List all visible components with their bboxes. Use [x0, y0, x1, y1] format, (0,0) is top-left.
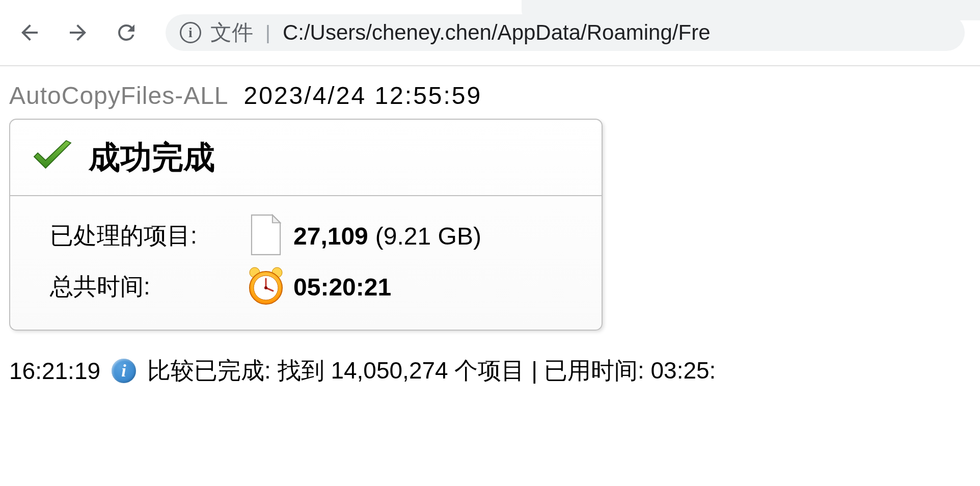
- file-icon: [249, 214, 283, 258]
- reload-icon: [114, 20, 139, 45]
- browser-tab-fragment: [522, 0, 980, 20]
- url-prefix: 文件: [210, 18, 253, 47]
- nav-buttons-group: [15, 19, 140, 47]
- log-line: 16:21:19 i 比较已完成: 找到 14,050,274 个项目 | 已用…: [9, 355, 971, 387]
- checkmark-icon: [30, 138, 75, 178]
- page-content: AutoCopyFiles-ALL 2023/4/24 12:55:59 成功完…: [0, 66, 980, 387]
- arrow-left-icon: [17, 20, 42, 45]
- arrow-right-icon: [66, 20, 90, 45]
- summary-card-header: 成功完成: [10, 120, 602, 196]
- summary-card: 成功完成 已处理的项目: 27,109 (9.21 GB): [9, 119, 603, 331]
- processed-size: (9.21 GB): [375, 222, 481, 250]
- url-path: C:/Users/cheney.chen/AppData/Roaming/Fre: [283, 20, 711, 45]
- summary-card-body: 已处理的项目: 27,109 (9.21 GB) 总共时间:: [10, 196, 602, 330]
- back-button[interactable]: [15, 19, 43, 47]
- total-time-text: 05:20:21: [293, 273, 391, 301]
- info-badge-icon: i: [112, 359, 136, 383]
- total-time-value: 05:20:21: [293, 273, 391, 301]
- processed-count: 27,109: [293, 222, 368, 250]
- url-divider: |: [265, 22, 270, 44]
- reload-button[interactable]: [112, 19, 140, 47]
- forward-button[interactable]: [64, 19, 92, 47]
- total-time-label: 总共时间:: [50, 271, 238, 303]
- processed-label: 已处理的项目:: [50, 220, 238, 252]
- summary-title: 成功完成: [89, 136, 215, 179]
- clock-icon: [246, 265, 286, 308]
- info-icon[interactable]: i: [180, 22, 201, 43]
- job-name: AutoCopyFiles-ALL: [9, 82, 229, 110]
- job-timestamp: 2023/4/24 12:55:59: [244, 82, 482, 110]
- processed-row: 已处理的项目: 27,109 (9.21 GB): [50, 210, 582, 261]
- svg-point-6: [264, 286, 267, 289]
- total-time-row: 总共时间:: [50, 261, 582, 312]
- log-message: 比较已完成: 找到 14,050,274 个项目 | 已用时间: 03:25:: [147, 355, 716, 387]
- log-time: 16:21:19: [9, 357, 100, 385]
- job-header: AutoCopyFiles-ALL 2023/4/24 12:55:59: [9, 82, 971, 110]
- processed-value: 27,109 (9.21 GB): [293, 222, 481, 250]
